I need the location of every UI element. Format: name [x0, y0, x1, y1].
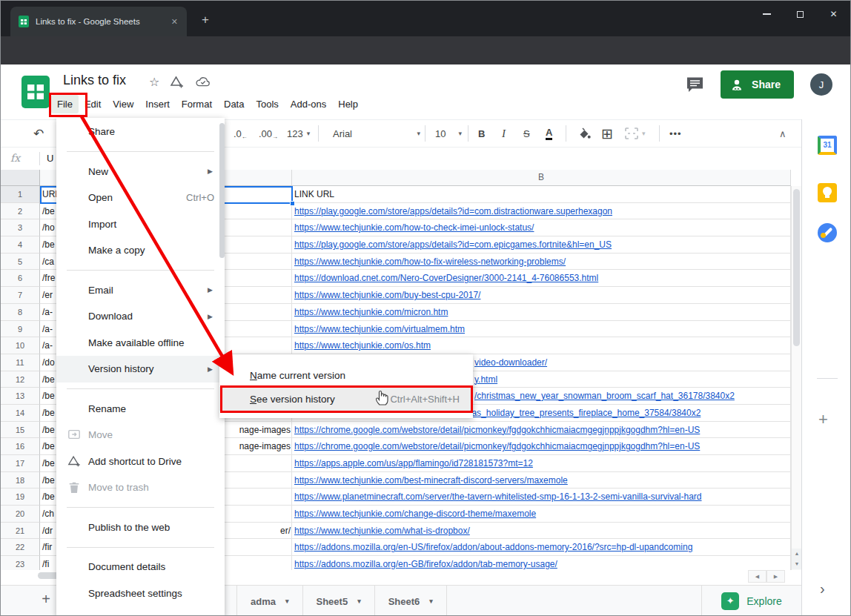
row-header-12[interactable]: 12 [1, 371, 40, 388]
select-all-corner[interactable] [1, 170, 40, 186]
cell-b18[interactable]: https://www.techjunkie.com/best-minecraf… [292, 472, 791, 489]
cell-link[interactable]: /christmas_new_year_snowman_broom_scarf_… [474, 391, 735, 401]
menubar-item-format[interactable]: Format [176, 95, 218, 113]
menubar-item-view[interactable]: View [107, 95, 139, 113]
collapse-toolbar-icon[interactable]: ∧ [779, 120, 787, 147]
window-maximize-button[interactable] [784, 1, 817, 27]
menubar-item-add-ons[interactable]: Add-ons [285, 95, 332, 113]
file-menu-item-email[interactable]: Email▶ [56, 277, 225, 304]
file-menu-item-open[interactable]: OpenCtrl+O [56, 185, 225, 211]
document-title[interactable]: Links to fix [63, 73, 126, 88]
text-color-button[interactable]: A [546, 120, 552, 147]
cell-b16[interactable]: https://chrome.google.com/webstore/detai… [292, 438, 791, 455]
cell-b21[interactable]: https://www.techjunkie.com/what-is-dropb… [292, 523, 791, 540]
row-header-2[interactable]: 2 [1, 203, 40, 220]
sheet-tab-adma[interactable]: adma▾ [236, 586, 303, 616]
calendar-icon[interactable]: 31 [818, 136, 837, 155]
cell-link[interactable]: https://www.techjunkie.com/change-discor… [294, 509, 536, 519]
menubar-item-insert[interactable]: Insert [139, 95, 176, 113]
window-close-button[interactable]: ✕ [817, 1, 850, 27]
cell-b1[interactable]: LINK URL [292, 186, 791, 203]
cell-b4[interactable]: https://play.google.com/store/apps/detai… [292, 236, 791, 254]
fill-color-icon[interactable] [577, 120, 591, 147]
scroll-up-icon[interactable]: ▲ [792, 549, 801, 559]
file-menu-item-publish-to-the-web[interactable]: Publish to the web [56, 514, 225, 541]
cell-link[interactable]: https://www.planetminecraft.com/server/t… [294, 491, 702, 502]
cell-link[interactable]: https://addons.mozilla.org/en-GB/firefox… [294, 559, 557, 569]
undo-icon[interactable]: ↶ [33, 120, 44, 147]
cell-b10[interactable]: https://www.techjunkie.com/os.htm [292, 337, 791, 354]
cell-link[interactable]: https://addons.mozilla.org/en-US/firefox… [294, 542, 692, 552]
cell-b7[interactable]: https://www.techjunkie.com/buy-best-cpu-… [292, 287, 791, 304]
merge-cells-icon[interactable]: ▾ [625, 120, 646, 147]
cell-b23[interactable]: https://addons.mozilla.org/en-GB/firefox… [292, 556, 791, 570]
vertical-scrollbar[interactable]: ▲ ▼ [791, 186, 801, 570]
tasks-icon[interactable] [818, 223, 837, 242]
sheet-tab-sheet6[interactable]: Sheet6▾ [375, 586, 447, 616]
menubar-item-file[interactable]: File [51, 95, 79, 113]
cell-link[interactable]: https://www.techjunkie.com/virtualmem.ht… [294, 324, 465, 334]
move-to-drive-icon[interactable] [170, 76, 185, 89]
number-format-button[interactable]: 123▾ [287, 120, 310, 147]
cell-link[interactable]: video-downloader/ [474, 357, 547, 368]
keep-icon[interactable] [818, 183, 837, 202]
row-header-5[interactable]: 5 [1, 254, 40, 271]
cell-link[interactable]: https://www.techjunkie.com/os.htm [294, 340, 431, 351]
file-menu-item-import[interactable]: Import [56, 211, 225, 238]
add-sheet-button[interactable]: + [35, 591, 57, 608]
cell-link[interactable]: https://www.techjunkie.com/how-to-check-… [294, 222, 534, 233]
row-header-13[interactable]: 13 [1, 388, 40, 405]
column-header-b[interactable]: B [292, 170, 791, 186]
row-header-15[interactable]: 15 [1, 422, 40, 439]
row-header-23[interactable]: 23 [1, 556, 40, 570]
submenu-item-name-current-version[interactable]: Name current version [219, 363, 473, 387]
row-header-9[interactable]: 9 [1, 321, 40, 338]
scroll-left-icon[interactable]: ◀ [748, 570, 766, 583]
row-header-11[interactable]: 11 [1, 354, 40, 371]
file-menu-item-version-history[interactable]: Version history▶ [56, 356, 225, 382]
cell-link[interactable]: https://apps.apple.com/us/app/flamingo/i… [294, 458, 533, 468]
cell-b9[interactable]: https://www.techjunkie.com/virtualmem.ht… [292, 321, 791, 338]
fill-handle[interactable] [290, 201, 295, 206]
file-menu-item-make-a-copy[interactable]: Make a copy [56, 237, 225, 264]
cell-b22[interactable]: https://addons.mozilla.org/en-US/firefox… [292, 539, 791, 556]
italic-button[interactable]: I [502, 120, 506, 147]
add-addon-icon[interactable]: + [818, 410, 828, 429]
cell-link[interactable]: https://www.techjunkie.com/what-is-dropb… [294, 526, 470, 536]
row-header-20[interactable]: 20 [1, 506, 40, 523]
cell-link[interactable]: https://www.techjunkie.com/micron.htm [294, 307, 448, 317]
file-menu-item-rename[interactable]: Rename [56, 396, 225, 423]
menubar-item-tools[interactable]: Tools [250, 95, 284, 113]
strikethrough-button[interactable]: S [523, 120, 530, 147]
row-header-18[interactable]: 18 [1, 472, 40, 489]
row-header-1[interactable]: 1 [1, 186, 40, 203]
row-header-6[interactable]: 6 [1, 270, 40, 287]
cell-b2[interactable]: https://play.google.com/store/apps/detai… [292, 203, 791, 220]
file-menu-item-share[interactable]: Share [56, 119, 225, 145]
decrease-decimal-button[interactable]: .0← [234, 120, 248, 147]
sheet-tab-sheet5[interactable]: Sheet5▾ [303, 586, 375, 616]
menubar-item-data[interactable]: Data [218, 95, 250, 113]
file-menu-item-spreadsheet-settings[interactable]: Spreadsheet settings [56, 580, 225, 607]
file-menu-item-download[interactable]: Download▶ [56, 303, 225, 330]
tab-close-icon[interactable]: ✕ [168, 16, 181, 28]
cell-b5[interactable]: https://www.techjunkie.com/how-to-fix-wi… [292, 254, 791, 271]
borders-icon[interactable]: ⊞ [601, 120, 613, 147]
row-header-16[interactable]: 16 [1, 438, 40, 455]
cell-b3[interactable]: https://www.techjunkie.com/how-to-check-… [292, 219, 791, 236]
menu-scrollbar-thumb[interactable] [219, 123, 225, 258]
document-status-cloud-icon[interactable] [195, 76, 211, 88]
row-header-8[interactable]: 8 [1, 304, 40, 321]
file-menu-item-add-shortcut-to-drive[interactable]: Add shortcut to Drive [56, 448, 225, 475]
cell-link[interactable]: https://play.google.com/store/apps/detai… [294, 239, 612, 250]
cell-link[interactable]: https://www.techjunkie.com/buy-best-cpu-… [294, 290, 480, 300]
font-size-select[interactable]: 10▾ [435, 120, 462, 147]
cell-b20[interactable]: https://www.techjunkie.com/change-discor… [292, 506, 791, 523]
cell-b8[interactable]: https://www.techjunkie.com/micron.htm [292, 304, 791, 321]
scroll-down-icon[interactable]: ▼ [792, 559, 801, 569]
cell-link[interactable]: https://www.techjunkie.com/best-minecraf… [294, 475, 568, 486]
cell-link[interactable]: y.html [474, 374, 497, 385]
row-header-17[interactable]: 17 [1, 455, 40, 472]
menubar-item-help[interactable]: Help [332, 95, 364, 113]
row-header-14[interactable]: 14 [1, 405, 40, 422]
